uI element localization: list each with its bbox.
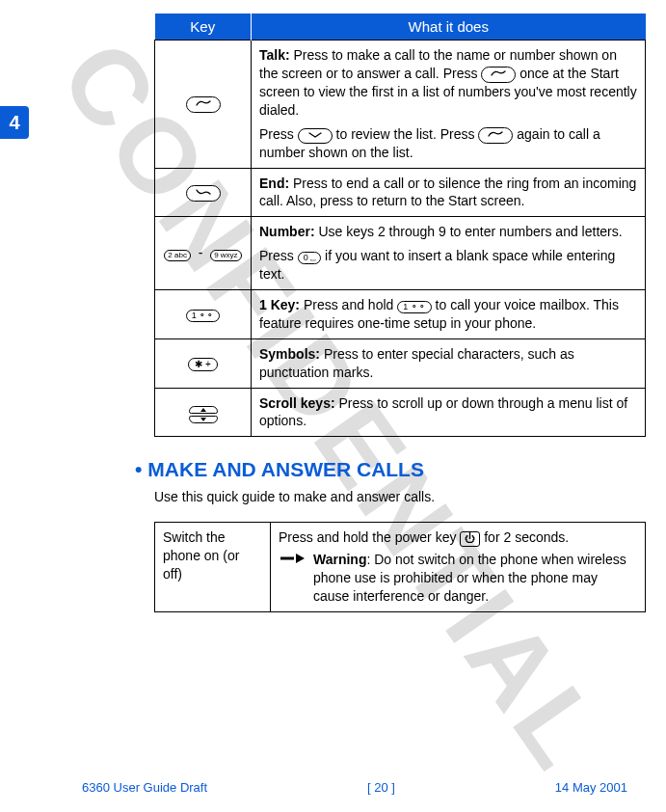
talk-key-icon	[481, 67, 516, 83]
talk-key-icon	[478, 127, 513, 144]
text: for 2 seconds.	[480, 529, 569, 545]
column-header-key: Key	[155, 14, 252, 41]
footer-date: 14 May 2001	[555, 780, 627, 795]
warning-label: Warning	[313, 552, 366, 567]
text: Press to end a call or to silence the ri…	[259, 176, 636, 209]
table-row: Scroll keys: Press to scroll up or down …	[155, 388, 646, 437]
text: to review the list. Press	[333, 126, 479, 142]
scroll-keys-icon	[189, 406, 218, 423]
symbols-label: Symbols:	[259, 346, 320, 362]
chapter-tab: 4	[0, 106, 29, 139]
page-footer: 6360 User Guide Draft [ 20 ] 14 May 2001	[82, 780, 627, 795]
warning-arrow-icon	[279, 551, 306, 566]
end-label: End:	[259, 176, 289, 191]
table-row: 2 abc - 9 wxyz Number: Use keys 2 throug…	[155, 217, 646, 290]
section-heading: •MAKE AND ANSWER CALLS	[135, 458, 646, 481]
text: Press	[259, 248, 298, 263]
power-key-icon: ⏻	[460, 531, 480, 546]
page-content: Key What it does Talk: Press to make a c…	[154, 14, 646, 612]
number-keys-icon: 2 abc - 9 wxyz	[164, 245, 241, 260]
end-key-icon	[186, 185, 221, 202]
text: Press and hold the power key	[279, 529, 460, 545]
text: Press	[259, 126, 298, 142]
number-label: Number:	[259, 224, 315, 239]
section-title: MAKE AND ANSWER CALLS	[147, 458, 424, 480]
column-header-desc: What it does	[252, 14, 646, 41]
scroll-down-key-icon	[298, 128, 333, 144]
scroll-label: Scroll keys:	[259, 395, 335, 411]
star-key-icon: ✱ +	[188, 358, 218, 371]
switch-phone-label: Switch the phone on (or off)	[155, 523, 271, 612]
section-intro: Use this quick guide to make and answer …	[154, 489, 646, 504]
one-key-label: 1 Key:	[259, 297, 300, 312]
one-key-icon: 1 ⚬⚬	[397, 301, 432, 313]
talk-key-icon	[186, 96, 221, 113]
footer-left: 6360 User Guide Draft	[82, 780, 207, 795]
footer-page-number: [ 20 ]	[367, 780, 395, 795]
table-row: Talk: Press to make a call to the name o…	[155, 41, 646, 169]
calls-table: Switch the phone on (or off) Press and h…	[154, 522, 646, 612]
one-key-icon: 1 ⚬⚬	[186, 310, 221, 322]
table-row: 1 ⚬⚬ 1 Key: Press and hold 1 ⚬⚬ to call …	[155, 290, 646, 339]
table-row: Switch the phone on (or off) Press and h…	[155, 523, 646, 612]
talk-label: Talk:	[259, 47, 290, 63]
text: Use keys 2 through 9 to enter numbers an…	[315, 224, 623, 239]
key-functions-table: Key What it does Talk: Press to make a c…	[154, 14, 646, 437]
table-row: End: Press to end a call or to silence t…	[155, 168, 646, 217]
bullet-icon: •	[135, 458, 142, 480]
zero-key-icon: 0 ⎵	[298, 252, 322, 264]
text: Press and hold	[300, 297, 397, 312]
table-row: ✱ + Symbols: Press to enter special char…	[155, 338, 646, 388]
